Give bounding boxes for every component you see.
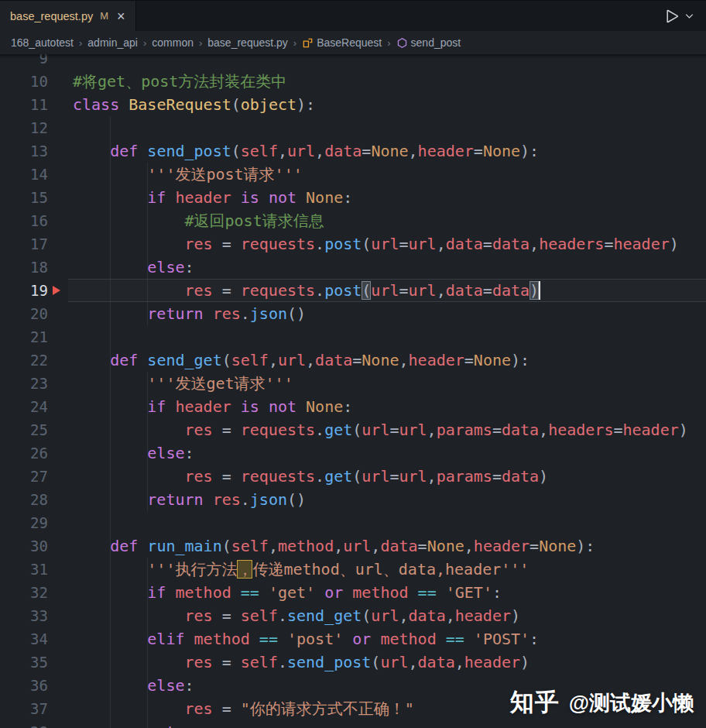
line-number[interactable]: 30: [0, 534, 48, 558]
line-number[interactable]: 14: [0, 163, 48, 186]
code-line-18[interactable]: 18 else:: [0, 256, 706, 279]
code-text: #将get、post方法封装在类中: [73, 70, 286, 93]
line-number[interactable]: 31: [0, 558, 48, 581]
editor-actions: [661, 1, 706, 31]
tab-base-request-py[interactable]: base_request.py M ×: [0, 1, 136, 31]
current-line-arrow-icon: [53, 286, 60, 295]
code-text: else:: [73, 674, 194, 697]
line-number[interactable]: 10: [0, 70, 48, 93]
line-number[interactable]: 38: [0, 720, 48, 728]
code-line-15[interactable]: 15 if header is not None:: [0, 186, 706, 209]
tab-close-icon[interactable]: ×: [117, 9, 125, 23]
code-text: else:: [73, 256, 194, 279]
breadcrumb-item-send-post[interactable]: send_post: [396, 36, 461, 49]
code-line-32[interactable]: 32 if method == 'get' or method == 'GET'…: [0, 581, 706, 604]
code-line-11[interactable]: 11class BaseRequest(object):: [0, 93, 706, 116]
code-line-35[interactable]: 35 res = self.send_post(url,data,header): [0, 651, 706, 674]
line-number[interactable]: 28: [0, 488, 48, 511]
line-number[interactable]: 34: [0, 627, 48, 651]
line-number[interactable]: 26: [0, 441, 48, 465]
code-line-26[interactable]: 26 else:: [0, 441, 706, 465]
code-text: res = self.send_post(url,data,header): [73, 651, 530, 674]
code-line-21[interactable]: 21: [0, 325, 706, 349]
code-text: def send_post(self,url,data=None,header=…: [73, 139, 539, 163]
code-line-12[interactable]: 12: [0, 116, 706, 139]
watermark-handle: @测试媛小懒: [569, 689, 694, 717]
code-line-34[interactable]: 34 elif method == 'post' or method == 'P…: [0, 627, 706, 651]
symbol-class-icon: [302, 37, 314, 49]
line-number[interactable]: 9: [0, 54, 48, 70]
code-text: else:: [73, 441, 194, 465]
tab-label: base_request.py: [10, 10, 93, 22]
line-number[interactable]: 24: [0, 395, 48, 418]
line-number[interactable]: 21: [0, 325, 48, 349]
line-number[interactable]: 23: [0, 372, 48, 395]
breadcrumb-item-label: common: [152, 36, 194, 49]
symbol-method-icon: [396, 37, 408, 49]
code-line-38[interactable]: 38 return res: [0, 720, 706, 728]
code-line-31[interactable]: 31 '''执行方法，传递method、url、data,header''': [0, 558, 706, 581]
code-text: def run_main(self,method,url,data=None,h…: [73, 534, 595, 558]
code-text: '''发送post请求''': [73, 163, 303, 186]
code-line-25[interactable]: 25 res = requests.get(url=url,params=dat…: [0, 418, 706, 441]
breadcrumb-item-baserequest[interactable]: BaseRequest: [302, 36, 382, 49]
code-text: if header is not None:: [73, 186, 352, 209]
line-number[interactable]: 18: [0, 256, 48, 279]
line-number[interactable]: 22: [0, 349, 48, 372]
breadcrumb-item-168-autotest[interactable]: 168_autotest: [11, 36, 74, 49]
line-number[interactable]: 29: [0, 511, 48, 534]
line-number[interactable]: 27: [0, 465, 48, 488]
text-cursor: [539, 281, 540, 300]
breadcrumb-item-label: BaseRequest: [317, 36, 382, 49]
code-text: return res.json(): [73, 488, 306, 511]
code-line-29[interactable]: 29: [0, 511, 706, 534]
line-number[interactable]: 13: [0, 139, 48, 163]
code-line-13[interactable]: 13 def send_post(self,url,data=None,head…: [0, 139, 706, 163]
breadcrumb: 168_autotest›admin_api›common›base_reque…: [0, 31, 706, 54]
code-line-10[interactable]: 10#将get、post方法封装在类中: [0, 70, 706, 93]
line-number[interactable]: 11: [0, 93, 48, 116]
code-text: return res: [73, 720, 241, 728]
code-line-9[interactable]: 9: [0, 54, 706, 70]
line-number[interactable]: 16: [0, 209, 48, 232]
code-line-33[interactable]: 33 res = self.send_get(url,data,header): [0, 604, 706, 627]
line-number[interactable]: 25: [0, 418, 48, 441]
code-line-28[interactable]: 28 return res.json(): [0, 488, 706, 511]
line-number[interactable]: 36: [0, 674, 48, 697]
breadcrumb-separator: ›: [293, 37, 296, 49]
line-number[interactable]: 17: [0, 232, 48, 256]
code-text: res = "你的请求方式不正确！": [73, 697, 414, 720]
code-text: '''执行方法，传递method、url、data,header''': [73, 558, 529, 581]
code-line-16[interactable]: 16 #返回post请求信息: [0, 209, 706, 232]
code-line-20[interactable]: 20 return res.json(): [0, 302, 706, 325]
line-number[interactable]: 35: [0, 651, 48, 674]
code-line-22[interactable]: 22 def send_get(self,url,data=None,heade…: [0, 349, 706, 372]
run-dropdown-chevron-icon[interactable]: [682, 9, 697, 23]
code-line-23[interactable]: 23 '''发送get请求''': [0, 372, 706, 395]
code-text: class BaseRequest(object):: [73, 93, 315, 116]
run-button-icon[interactable]: [661, 6, 681, 26]
code-text: res = requests.post(url=url,data=data): [73, 279, 540, 302]
code-line-17[interactable]: 17 res = requests.post(url=url,data=data…: [0, 232, 706, 256]
line-number[interactable]: 15: [0, 186, 48, 209]
breadcrumb-item-common[interactable]: common: [152, 36, 194, 49]
line-number[interactable]: 12: [0, 116, 48, 139]
code-line-24[interactable]: 24 if header is not None:: [0, 395, 706, 418]
code-line-27[interactable]: 27 res = requests.get(url=url,params=dat…: [0, 465, 706, 488]
line-number[interactable]: 33: [0, 604, 48, 627]
line-number[interactable]: 20: [0, 302, 48, 325]
code-text: res = self.send_get(url,data,header): [73, 604, 520, 627]
breadcrumb-item-admin-api[interactable]: admin_api: [87, 36, 138, 49]
code-line-30[interactable]: 30 def run_main(self,method,url,data=Non…: [0, 534, 706, 558]
line-number[interactable]: 37: [0, 697, 48, 720]
breadcrumb-item-label: send_post: [411, 36, 461, 49]
code-line-14[interactable]: 14 '''发送post请求''': [0, 163, 706, 186]
breadcrumb-separator: ›: [199, 37, 202, 49]
breadcrumb-separator: ›: [387, 37, 390, 49]
line-number[interactable]: 19: [0, 279, 48, 302]
code-text: res = requests.get(url=url,params=data,h…: [73, 418, 688, 441]
line-number[interactable]: 32: [0, 581, 48, 604]
code-line-19[interactable]: 19 res = requests.post(url=url,data=data…: [0, 279, 706, 302]
code-editor[interactable]: 910#将get、post方法封装在类中11class BaseRequest(…: [0, 54, 706, 728]
breadcrumb-item-base-request-py[interactable]: base_request.py: [207, 36, 288, 49]
